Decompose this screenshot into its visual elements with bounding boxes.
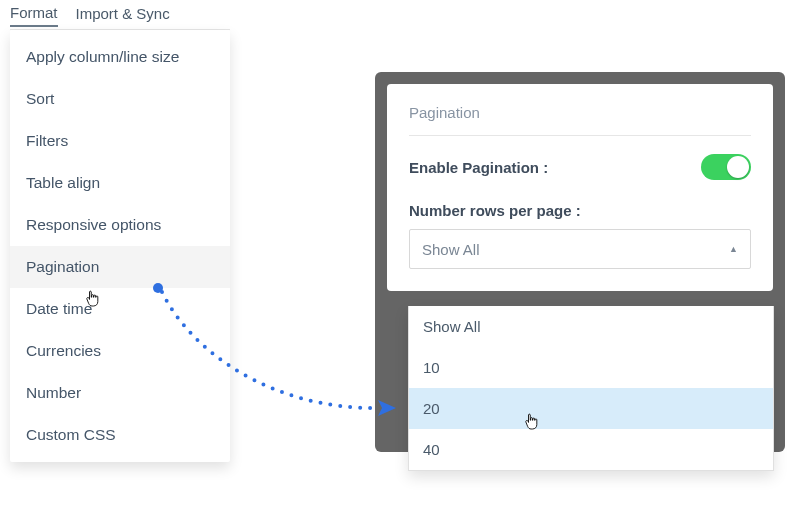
menu-item-currencies[interactable]: Currencies bbox=[10, 330, 230, 372]
tab-import-sync[interactable]: Import & Sync bbox=[76, 5, 170, 26]
menu-item-apply-column-line-size[interactable]: Apply column/line size bbox=[10, 36, 230, 78]
select-value: Show All bbox=[422, 241, 480, 258]
menu-item-sort[interactable]: Sort bbox=[10, 78, 230, 120]
app-root: Format Import & Sync Apply column/line s… bbox=[0, 0, 800, 515]
option-20[interactable]: 20 bbox=[409, 388, 773, 429]
panel-title: Pagination bbox=[409, 104, 751, 121]
menu-item-custom-css[interactable]: Custom CSS bbox=[10, 414, 230, 456]
tab-format[interactable]: Format bbox=[10, 4, 58, 27]
toggle-knob bbox=[727, 156, 749, 178]
tab-bar: Format Import & Sync bbox=[10, 2, 230, 30]
option-40[interactable]: 40 bbox=[409, 429, 773, 470]
menu-item-date-time[interactable]: Date time bbox=[10, 288, 230, 330]
menu-item-filters[interactable]: Filters bbox=[10, 120, 230, 162]
pagination-panel: Pagination Enable Pagination : Number ro… bbox=[387, 84, 773, 291]
enable-pagination-label: Enable Pagination : bbox=[409, 159, 548, 176]
menu-item-number[interactable]: Number bbox=[10, 372, 230, 414]
rows-per-page-select[interactable]: Show All ▲ bbox=[409, 229, 751, 269]
panel-divider bbox=[409, 135, 751, 136]
option-show-all[interactable]: Show All bbox=[409, 306, 773, 347]
format-menu: Apply column/line size Sort Filters Tabl… bbox=[10, 30, 230, 462]
enable-pagination-toggle[interactable] bbox=[701, 154, 751, 180]
menu-item-table-align[interactable]: Table align bbox=[10, 162, 230, 204]
menu-item-pagination[interactable]: Pagination bbox=[10, 246, 230, 288]
menu-item-responsive-options[interactable]: Responsive options bbox=[10, 204, 230, 246]
option-10[interactable]: 10 bbox=[409, 347, 773, 388]
rows-per-page-label: Number rows per page : bbox=[409, 202, 751, 219]
enable-pagination-row: Enable Pagination : bbox=[409, 154, 751, 180]
rows-per-page-dropdown: Show All 10 20 40 bbox=[408, 306, 774, 471]
caret-up-icon: ▲ bbox=[729, 244, 738, 254]
